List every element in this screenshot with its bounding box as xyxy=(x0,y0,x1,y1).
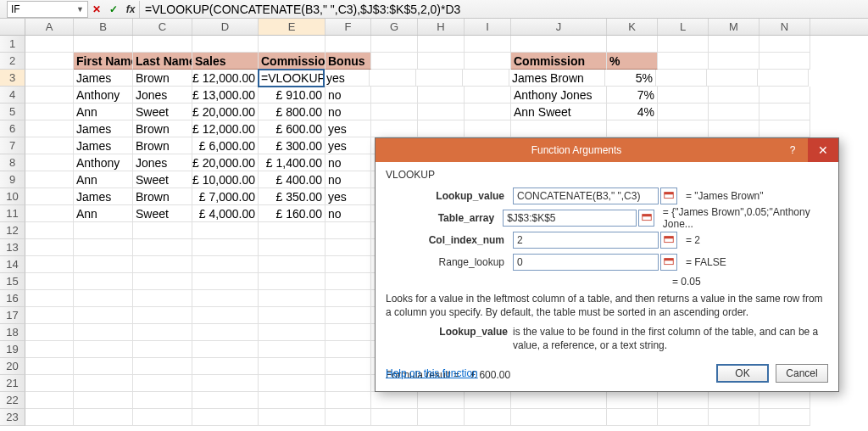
cell[interactable] xyxy=(418,120,465,137)
cell[interactable]: James xyxy=(74,188,133,205)
cell[interactable] xyxy=(74,36,133,53)
range-selector-icon[interactable] xyxy=(660,232,677,249)
cell[interactable] xyxy=(133,239,192,256)
cell[interactable] xyxy=(326,273,371,290)
cell[interactable] xyxy=(192,222,259,239)
dialog-titlebar[interactable]: Function Arguments ? ✕ xyxy=(376,138,838,162)
cell[interactable] xyxy=(326,375,371,392)
cell[interactable] xyxy=(74,358,133,375)
fx-icon[interactable]: fx xyxy=(122,1,139,18)
row-header[interactable]: 17 xyxy=(0,307,25,324)
cell[interactable] xyxy=(418,392,465,409)
cancel-button[interactable]: Cancel xyxy=(776,364,828,383)
cell[interactable] xyxy=(192,324,259,341)
cell[interactable]: £ 7,000.00 xyxy=(192,188,259,205)
cell[interactable] xyxy=(74,392,133,409)
cell[interactable] xyxy=(25,36,74,53)
cell[interactable] xyxy=(192,307,259,324)
accept-formula-icon[interactable]: ✓ xyxy=(105,1,122,18)
cell[interactable] xyxy=(25,375,74,392)
cell[interactable] xyxy=(658,53,709,70)
row-header[interactable]: 4 xyxy=(0,87,25,104)
cell[interactable] xyxy=(259,36,326,53)
cell[interactable]: £ 400.00 xyxy=(259,171,326,188)
cell[interactable] xyxy=(25,120,74,137)
cell[interactable] xyxy=(709,120,760,137)
cell[interactable] xyxy=(371,104,418,120)
cell[interactable] xyxy=(326,222,371,239)
cell[interactable] xyxy=(326,307,371,324)
cell[interactable] xyxy=(133,222,192,239)
cell[interactable] xyxy=(25,341,74,358)
cell[interactable] xyxy=(25,290,74,307)
row-header[interactable]: 10 xyxy=(0,188,25,205)
cell[interactable] xyxy=(371,53,418,70)
cell[interactable] xyxy=(658,104,709,120)
col-header-M[interactable]: M xyxy=(709,19,760,35)
row-header[interactable]: 21 xyxy=(0,375,25,392)
cell[interactable] xyxy=(465,87,511,104)
cell[interactable]: yes xyxy=(326,188,371,205)
cell[interactable] xyxy=(658,409,709,426)
row-header[interactable]: 6 xyxy=(0,120,25,137)
cell[interactable] xyxy=(259,409,326,426)
dialog-close-button[interactable]: ✕ xyxy=(808,138,838,162)
cell[interactable] xyxy=(133,36,192,53)
cell[interactable] xyxy=(607,392,658,409)
cell[interactable]: James xyxy=(74,137,133,154)
row-header[interactable]: 15 xyxy=(0,273,25,290)
row-header[interactable]: 16 xyxy=(0,290,25,307)
cell[interactable] xyxy=(758,70,809,87)
cell[interactable] xyxy=(74,256,133,273)
cell[interactable] xyxy=(133,256,192,273)
cell[interactable] xyxy=(192,273,259,290)
cell[interactable] xyxy=(326,341,371,358)
cell[interactable] xyxy=(25,137,74,154)
cell[interactable] xyxy=(133,392,192,409)
cell[interactable]: £ 800.00 xyxy=(259,104,326,120)
cell[interactable] xyxy=(25,358,74,375)
dialog-help-button[interactable]: ? xyxy=(777,138,808,162)
cell[interactable] xyxy=(25,273,74,290)
cell[interactable] xyxy=(418,53,465,70)
cell[interactable] xyxy=(133,290,192,307)
col-header-J[interactable]: J xyxy=(511,19,607,35)
cell[interactable] xyxy=(326,324,371,341)
cell[interactable]: £ 600.00 xyxy=(259,120,326,137)
col-header-L[interactable]: L xyxy=(658,19,709,35)
cell[interactable]: no xyxy=(326,154,371,171)
cell[interactable] xyxy=(326,36,371,53)
cell[interactable] xyxy=(465,53,511,70)
cell[interactable]: Sweet xyxy=(133,104,192,120)
col-header-D[interactable]: D xyxy=(192,19,259,35)
cell[interactable] xyxy=(259,307,326,324)
ok-button[interactable]: OK xyxy=(716,364,769,383)
cell[interactable] xyxy=(25,324,74,341)
cell[interactable] xyxy=(25,256,74,273)
cell[interactable]: Anthony xyxy=(74,87,133,104)
cell[interactable]: Anthony Jones xyxy=(511,87,607,104)
cell[interactable] xyxy=(25,70,74,87)
cell[interactable] xyxy=(259,324,326,341)
row-header[interactable]: 1 xyxy=(0,36,25,53)
cell[interactable] xyxy=(259,239,326,256)
cell[interactable] xyxy=(192,256,259,273)
cell[interactable]: 7% xyxy=(607,87,658,104)
cell[interactable]: yes xyxy=(324,70,370,87)
cell[interactable]: £ 4,000.00 xyxy=(192,205,259,222)
cell[interactable]: £ 12,000.00 xyxy=(192,70,259,87)
cell[interactable]: £ 6,000.00 xyxy=(192,137,259,154)
cell[interactable]: no xyxy=(326,171,371,188)
cell[interactable] xyxy=(259,290,326,307)
cell[interactable] xyxy=(74,324,133,341)
cell[interactable]: £ 20,000.00 xyxy=(192,154,259,171)
cell[interactable]: James xyxy=(74,120,133,137)
cell[interactable] xyxy=(326,358,371,375)
cell[interactable]: James Brown xyxy=(509,70,605,87)
cell[interactable] xyxy=(25,154,74,171)
cell[interactable] xyxy=(192,392,259,409)
cell[interactable] xyxy=(259,273,326,290)
cell[interactable] xyxy=(133,324,192,341)
cell[interactable] xyxy=(74,341,133,358)
cell[interactable] xyxy=(465,104,511,120)
